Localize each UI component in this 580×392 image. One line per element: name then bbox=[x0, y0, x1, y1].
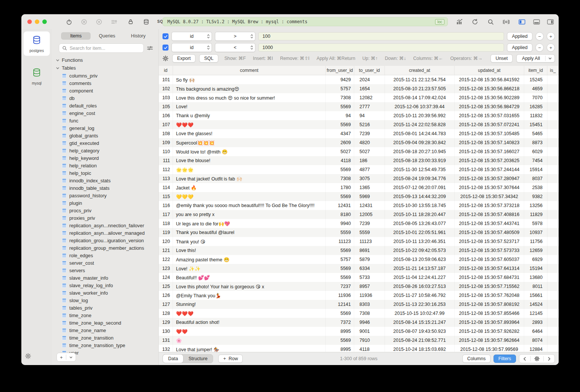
column-header[interactable]: id bbox=[159, 66, 173, 75]
table-cell[interactable]: 6334 bbox=[354, 264, 385, 273]
table-cell[interactable]: 5569 bbox=[326, 120, 354, 129]
table-cell[interactable]: 110 bbox=[159, 147, 173, 156]
table-cell[interactable]: ❤️❤️❤️ bbox=[173, 120, 326, 129]
table-cell[interactable]: 2015-10-22 09:42:05.573 bbox=[385, 246, 455, 255]
table-row[interactable]: 115💛💛💛556959692015-09-13 14:44:32.209201… bbox=[159, 192, 559, 201]
table-cell[interactable]: 5569 bbox=[326, 336, 354, 345]
table-cell[interactable] bbox=[547, 318, 559, 327]
table-cell[interactable]: 5978 bbox=[524, 219, 547, 228]
table-cell[interactable]: 120 bbox=[159, 237, 173, 246]
table-row[interactable]: 122Amazing pastel theme 😬575758792015-08… bbox=[159, 255, 559, 264]
table-cell[interactable]: 2015-12-08 15:30:57.072241 bbox=[455, 120, 524, 129]
table-cell[interactable]: 102 bbox=[159, 84, 173, 93]
table-row[interactable]: 125Love this photo! Your hair is gorgeou… bbox=[159, 282, 559, 291]
table-cell[interactable]: 105 bbox=[159, 102, 173, 111]
table-cell[interactable] bbox=[547, 165, 559, 174]
table-cell[interactable]: Love this photo! Your hair is gorgeous 😘… bbox=[173, 282, 326, 291]
table-row[interactable]: 120Thank you! 😘11123111232015-10-11 13:2… bbox=[159, 237, 559, 246]
table-cell[interactable]: 2015-12-08 15:30:57.684731 bbox=[455, 273, 524, 282]
add-row-button[interactable]: + Row bbox=[218, 355, 243, 363]
table-cell[interactable]: 2015-10-01 22:05:51.961 bbox=[385, 228, 455, 237]
apply-all-button[interactable]: Apply All bbox=[516, 54, 555, 63]
remove-filter-button[interactable]: − bbox=[535, 32, 544, 40]
table-row[interactable]: 102This background is amazing😍5757165420… bbox=[159, 84, 559, 93]
table-cell[interactable] bbox=[547, 201, 559, 210]
table-cell[interactable]: 2015-11-04 12:24:41.227 bbox=[385, 273, 455, 282]
table-cell[interactable]: 11756 bbox=[524, 237, 547, 246]
table-cell[interactable]: 4877 bbox=[354, 165, 385, 174]
tree-group-tables[interactable]: Tables bbox=[52, 64, 158, 72]
table-cell[interactable]: 2015-10-11 20:39:56.992 bbox=[385, 111, 455, 120]
table-cell[interactable]: 8995 bbox=[326, 327, 354, 336]
table-cell[interactable]: 8691 bbox=[354, 246, 385, 255]
filter-settings-gear-icon[interactable] bbox=[163, 55, 168, 61]
table-cell[interactable]: 8957 bbox=[354, 282, 385, 291]
table-cell[interactable]: 5969 bbox=[354, 192, 385, 201]
table-row[interactable]: 116@emily thank you soooo much beautiful… bbox=[159, 201, 559, 210]
table-cell[interactable]: 7239 bbox=[354, 129, 385, 138]
sidebar-item-table[interactable]: plugin bbox=[52, 199, 158, 207]
filters-button[interactable]: Filters bbox=[494, 355, 516, 363]
table-cell[interactable]: 15245 bbox=[524, 75, 547, 84]
table-cell[interactable]: 12431 bbox=[326, 201, 354, 210]
table-cell[interactable]: 128 bbox=[159, 309, 173, 318]
sidebar-item-table[interactable]: global_grants bbox=[52, 132, 158, 139]
table-cell[interactable]: 2015-10-15 10:02:47.99 bbox=[385, 309, 455, 318]
table-cell[interactable] bbox=[547, 192, 559, 201]
table-cell[interactable]: 2024 bbox=[354, 75, 385, 84]
table-cell[interactable]: 2015-12-08 15:30:57.307644 bbox=[455, 183, 524, 192]
search-icon[interactable] bbox=[487, 18, 494, 25]
sql-button[interactable]: SQL bbox=[199, 54, 218, 63]
filter-applied-button[interactable]: Applied bbox=[507, 43, 532, 52]
table-cell[interactable]: 3075 bbox=[354, 174, 385, 183]
table-cell[interactable]: 5465 bbox=[524, 129, 547, 138]
table-row[interactable]: 121Love this!556986912015-10-22 09:42:05… bbox=[159, 246, 559, 255]
sidebar-item-table[interactable]: gtid_executed bbox=[52, 139, 158, 147]
table-cell[interactable]: 2015-12-08 15:30:56.902289 bbox=[455, 93, 524, 102]
table-cell[interactable]: 124 bbox=[159, 273, 173, 282]
table-cell[interactable] bbox=[547, 138, 559, 147]
table-cell[interactable]: 2015-12-08 15:30:57.99569 bbox=[455, 345, 524, 352]
table-cell[interactable]: 2015-12-08 15:30:57.140823 bbox=[455, 138, 524, 147]
table-cell[interactable]: 4118 bbox=[326, 156, 354, 165]
connection-postgres[interactable]: postgres bbox=[24, 31, 50, 56]
table-cell[interactable]: 2015-08-26 16:03:27.513 bbox=[385, 282, 455, 291]
table-cell[interactable]: 8995 bbox=[326, 345, 354, 352]
table-cell[interactable]: 2015-12-08 15:30:57.373218 bbox=[455, 201, 524, 210]
table-row[interactable]: 123Love! ✨✨556963342015-11-21 14:13:57.1… bbox=[159, 264, 559, 273]
previous-page-icon[interactable] bbox=[519, 355, 530, 363]
table-cell[interactable]: 118 bbox=[159, 219, 173, 228]
table-cell[interactable]: 11936 bbox=[326, 291, 354, 300]
table-cell[interactable]: 5757 bbox=[326, 84, 354, 93]
table-cell[interactable]: 123 bbox=[159, 264, 173, 273]
toggle-right-panel-icon[interactable] bbox=[547, 18, 554, 25]
table-row[interactable]: 105Love!556927772015-12-06 10:37:39.4420… bbox=[159, 102, 559, 111]
table-row[interactable]: 112🌟🌟🌟556948772015-11-30 12:54:49.735201… bbox=[159, 165, 559, 174]
table-cell[interactable]: 14524 bbox=[524, 300, 547, 309]
table-cell[interactable]: 15194 bbox=[524, 264, 547, 273]
table-cell[interactable]: 4659 bbox=[524, 84, 547, 93]
add-filter-button[interactable]: + bbox=[547, 43, 555, 52]
table-cell[interactable]: Beautiful!! 💕💕 bbox=[173, 273, 326, 282]
sidebar-item-table[interactable]: replication_grou...iguration_version bbox=[52, 237, 158, 244]
sidebar-item-table[interactable]: tables_priv bbox=[52, 304, 158, 312]
table-cell[interactable]: Thank you beautiful @laurel bbox=[173, 228, 326, 237]
table-cell[interactable]: 12659 bbox=[524, 246, 547, 255]
table-cell[interactable]: 5569 bbox=[326, 165, 354, 174]
table-cell[interactable]: 7454 bbox=[524, 156, 547, 165]
table-cell[interactable] bbox=[547, 327, 559, 336]
filter-column-select[interactable]: id bbox=[171, 43, 212, 52]
table-cell[interactable]: 13256 bbox=[524, 201, 547, 210]
table-cell[interactable]: 12145 bbox=[524, 309, 547, 318]
table-cell[interactable]: 8011 bbox=[524, 282, 547, 291]
table-cell[interactable]: 117 bbox=[159, 210, 173, 219]
table-cell[interactable]: 2015-12-08 15:30:56.841592 bbox=[455, 75, 524, 84]
tab-data[interactable]: Data bbox=[163, 355, 183, 363]
table-cell[interactable]: 15661 bbox=[524, 291, 547, 300]
table-cell[interactable]: 119 bbox=[159, 228, 173, 237]
table-cell[interactable]: 6929 bbox=[524, 255, 547, 264]
next-page-icon[interactable] bbox=[544, 355, 555, 363]
table-cell[interactable]: Beautiful action shot! bbox=[173, 318, 326, 327]
table-cell[interactable]: 127 bbox=[159, 300, 173, 309]
table-cell[interactable]: 2015-12-08 15:30:57.573733 bbox=[455, 246, 524, 255]
